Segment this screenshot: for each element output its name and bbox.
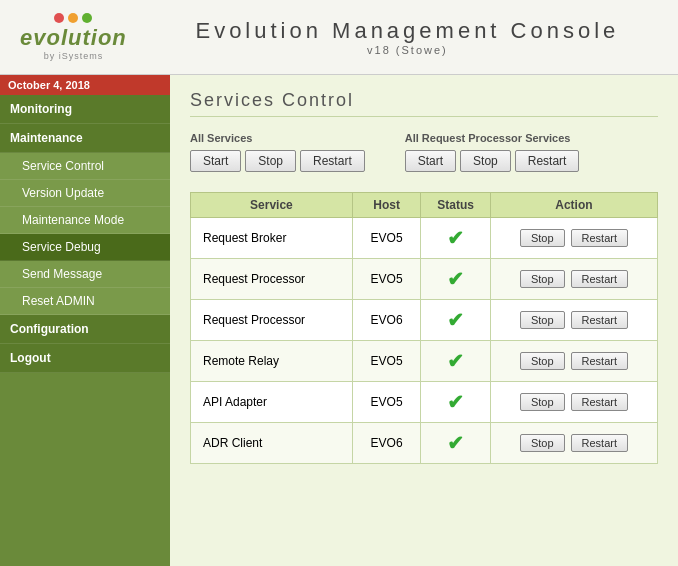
services-actions: All Services Start Stop Restart All Requ… [190, 132, 658, 172]
status-check-icon: ✔ [447, 432, 464, 454]
main-content: Services Control All Services Start Stop… [170, 75, 678, 566]
row-restart-button[interactable]: Restart [571, 393, 628, 411]
cell-status: ✔ [421, 382, 490, 423]
status-check-icon: ✔ [447, 227, 464, 249]
all-services-label: All Services [190, 132, 365, 144]
cell-service: Request Processor [191, 300, 353, 341]
logo-area: evolution by iSystems [20, 13, 127, 61]
logo-circles [54, 13, 92, 23]
row-stop-button[interactable]: Stop [520, 352, 565, 370]
row-stop-button[interactable]: Stop [520, 393, 565, 411]
cell-host: EVO5 [352, 218, 421, 259]
col-host: Host [352, 193, 421, 218]
table-header-row: Service Host Status Action [191, 193, 658, 218]
cell-action: Stop Restart [490, 300, 657, 341]
cell-service: Request Broker [191, 218, 353, 259]
all-services-group: All Services Start Stop Restart [190, 132, 365, 172]
all-request-start-button[interactable]: Start [405, 150, 456, 172]
sidebar-item-service-control[interactable]: Service Control [0, 153, 170, 180]
services-table: Service Host Status Action Request Broke… [190, 192, 658, 464]
all-request-label: All Request Processor Services [405, 132, 580, 144]
row-restart-button[interactable]: Restart [571, 229, 628, 247]
cell-service: Remote Relay [191, 341, 353, 382]
sidebar-item-version-update[interactable]: Version Update [0, 180, 170, 207]
all-request-stop-button[interactable]: Stop [460, 150, 511, 172]
row-restart-button[interactable]: Restart [571, 434, 628, 452]
table-row: Request Broker EVO5 ✔ Stop Restart [191, 218, 658, 259]
cell-status: ✔ [421, 341, 490, 382]
row-restart-button[interactable]: Restart [571, 352, 628, 370]
cell-status: ✔ [421, 300, 490, 341]
all-services-start-button[interactable]: Start [190, 150, 241, 172]
row-stop-button[interactable]: Stop [520, 434, 565, 452]
table-row: Remote Relay EVO5 ✔ Stop Restart [191, 341, 658, 382]
cell-host: EVO6 [352, 423, 421, 464]
col-status: Status [421, 193, 490, 218]
sidebar-date: October 4, 2018 [0, 75, 170, 95]
sidebar: October 4, 2018 Monitoring Maintenance S… [0, 75, 170, 566]
cell-status: ✔ [421, 218, 490, 259]
cell-action: Stop Restart [490, 218, 657, 259]
cell-service: ADR Client [191, 423, 353, 464]
row-restart-button[interactable]: Restart [571, 311, 628, 329]
sidebar-item-maintenance[interactable]: Maintenance [0, 124, 170, 153]
sidebar-item-maintenance-mode[interactable]: Maintenance Mode [0, 207, 170, 234]
cell-status: ✔ [421, 423, 490, 464]
cell-host: EVO5 [352, 382, 421, 423]
row-stop-button[interactable]: Stop [520, 270, 565, 288]
all-request-restart-button[interactable]: Restart [515, 150, 580, 172]
status-check-icon: ✔ [447, 309, 464, 331]
cell-service: Request Processor [191, 259, 353, 300]
cell-action: Stop Restart [490, 382, 657, 423]
all-services-restart-button[interactable]: Restart [300, 150, 365, 172]
layout: October 4, 2018 Monitoring Maintenance S… [0, 75, 678, 566]
circle-green-icon [82, 13, 92, 23]
table-row: Request Processor EVO5 ✔ Stop Restart [191, 259, 658, 300]
row-stop-button[interactable]: Stop [520, 229, 565, 247]
cell-host: EVO5 [352, 341, 421, 382]
sidebar-item-logout[interactable]: Logout [0, 344, 170, 373]
circle-red-icon [54, 13, 64, 23]
cell-host: EVO6 [352, 300, 421, 341]
header: evolution by iSystems Evolution Manageme… [0, 0, 678, 75]
table-row: Request Processor EVO6 ✔ Stop Restart [191, 300, 658, 341]
all-request-buttons: Start Stop Restart [405, 150, 580, 172]
app-title-area: Evolution Management Console v18 (Stowe) [157, 18, 658, 56]
table-row: ADR Client EVO6 ✔ Stop Restart [191, 423, 658, 464]
cell-action: Stop Restart [490, 341, 657, 382]
all-request-group: All Request Processor Services Start Sto… [405, 132, 580, 172]
sidebar-item-monitoring[interactable]: Monitoring [0, 95, 170, 124]
all-services-stop-button[interactable]: Stop [245, 150, 296, 172]
table-row: API Adapter EVO5 ✔ Stop Restart [191, 382, 658, 423]
cell-host: EVO5 [352, 259, 421, 300]
app-title: Evolution Management Console [157, 18, 658, 44]
sidebar-item-send-message[interactable]: Send Message [0, 261, 170, 288]
sidebar-item-service-debug[interactable]: Service Debug [0, 234, 170, 261]
sidebar-item-configuration[interactable]: Configuration [0, 315, 170, 344]
cell-status: ✔ [421, 259, 490, 300]
logo-sub: by iSystems [44, 51, 104, 61]
cell-action: Stop Restart [490, 423, 657, 464]
cell-service: API Adapter [191, 382, 353, 423]
app-version: v18 (Stowe) [157, 44, 658, 56]
col-action: Action [490, 193, 657, 218]
logo-text: evolution [20, 25, 127, 51]
sidebar-item-reset-admin[interactable]: Reset ADMIN [0, 288, 170, 315]
status-check-icon: ✔ [447, 350, 464, 372]
cell-action: Stop Restart [490, 259, 657, 300]
row-stop-button[interactable]: Stop [520, 311, 565, 329]
all-services-buttons: Start Stop Restart [190, 150, 365, 172]
page-title: Services Control [190, 90, 658, 117]
circle-yellow-icon [68, 13, 78, 23]
status-check-icon: ✔ [447, 391, 464, 413]
row-restart-button[interactable]: Restart [571, 270, 628, 288]
status-check-icon: ✔ [447, 268, 464, 290]
col-service: Service [191, 193, 353, 218]
